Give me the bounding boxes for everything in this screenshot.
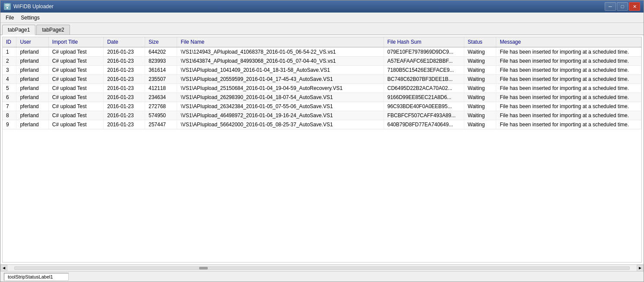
cell-hash: 640B79D8FD77EA740649...	[384, 120, 464, 129]
cell-import_title: C# upload Test	[48, 57, 104, 66]
table-row[interactable]: 7pferlandC# upload Test2016-01-23272768\…	[3, 102, 641, 111]
horizontal-scrollbar[interactable]: ◀ ▶	[0, 264, 644, 271]
col-header-user[interactable]: User	[16, 37, 48, 47]
cell-message: File has been inserted for importing at …	[496, 47, 641, 57]
cell-file_name: \VS1\APIupload_26298390_2016-01-04_18-07…	[177, 93, 384, 102]
cell-file_name: \VS1\124943_APIupload_41068378_2016-01-0…	[177, 47, 384, 57]
table-row[interactable]: 8pferlandC# upload Test2016-01-23574950\…	[3, 111, 641, 120]
window-title: WiFiDB Uploader	[13, 3, 54, 10]
cell-id: 1	[3, 47, 16, 57]
cell-status: Waiting	[464, 47, 496, 57]
main-window: WiFiDB Uploader ─ □ ✕ File Settings tabP…	[0, 0, 644, 282]
table-header-row: ID User Import Title Date Size File Name…	[3, 37, 641, 47]
tabs-bar: tabPage1 tabPage2	[0, 23, 644, 35]
table-container[interactable]: ID User Import Title Date Size File Name…	[2, 37, 642, 263]
table-row[interactable]: 6pferlandC# upload Test2016-01-23234634\…	[3, 93, 641, 102]
cell-id: 5	[3, 84, 16, 93]
cell-status: Waiting	[464, 57, 496, 66]
maximize-button[interactable]: □	[617, 2, 628, 11]
cell-id: 2	[3, 57, 16, 66]
cell-status: Waiting	[464, 84, 496, 93]
cell-size: 235507	[145, 75, 177, 84]
scroll-left-arrow[interactable]: ◀	[0, 265, 7, 272]
scroll-right-arrow[interactable]: ▶	[637, 265, 644, 272]
cell-user: pferland	[16, 93, 48, 102]
cell-id: 4	[3, 75, 16, 84]
col-header-size[interactable]: Size	[145, 37, 177, 47]
cell-size: 412118	[145, 84, 177, 93]
cell-import_title: C# upload Test	[48, 102, 104, 111]
cell-file_name: \VS1\APIupload_20559599_2016-01-04_17-45…	[177, 75, 384, 84]
table-row[interactable]: 4pferlandC# upload Test2016-01-23235507\…	[3, 75, 641, 84]
main-content: ID User Import Title Date Size File Name…	[0, 35, 644, 264]
cell-date: 2016-01-23	[104, 84, 145, 93]
cell-id: 8	[3, 111, 16, 120]
close-button[interactable]: ✕	[629, 2, 640, 11]
col-header-hash[interactable]: File Hash Sum	[384, 37, 464, 47]
title-bar: WiFiDB Uploader ─ □ ✕	[0, 0, 644, 13]
col-header-import[interactable]: Import Title	[48, 37, 104, 47]
table-row[interactable]: 2pferlandC# upload Test2016-01-23823993\…	[3, 57, 641, 66]
table-row[interactable]: 5pferlandC# upload Test2016-01-23412118\…	[3, 84, 641, 93]
cell-date: 2016-01-23	[104, 120, 145, 129]
cell-user: pferland	[16, 84, 48, 93]
cell-size: 644202	[145, 47, 177, 57]
cell-import_title: C# upload Test	[48, 66, 104, 75]
col-header-status[interactable]: Status	[464, 37, 496, 47]
cell-size: 234634	[145, 93, 177, 102]
col-header-message[interactable]: Message	[496, 37, 641, 47]
cell-import_title: C# upload Test	[48, 75, 104, 84]
col-header-date[interactable]: Date	[104, 37, 145, 47]
cell-hash: 079E10FE7978969D9DC9...	[384, 47, 464, 57]
cell-file_name: \VS1\APIupload_56642000_2016-01-05_08-25…	[177, 120, 384, 129]
cell-date: 2016-01-23	[104, 93, 145, 102]
cell-date: 2016-01-23	[104, 111, 145, 120]
table-body: 1pferlandC# upload Test2016-01-23644202\…	[3, 47, 641, 129]
cell-file_name: \VS1\APIupload_1041409_2016-01-04_18-31-…	[177, 66, 384, 75]
cell-message: File has been inserted for importing at …	[496, 102, 641, 111]
cell-hash: 7180B5C15426E3EFACE9...	[384, 66, 464, 75]
title-bar-left: WiFiDB Uploader	[4, 3, 54, 10]
cell-size: 257447	[145, 120, 177, 129]
minimize-button[interactable]: ─	[605, 2, 616, 11]
cell-user: pferland	[16, 66, 48, 75]
table-row[interactable]: 9pferlandC# upload Test2016-01-23257447\…	[3, 120, 641, 129]
menu-file[interactable]: File	[2, 14, 17, 22]
status-label: toolStripStatusLabel1	[4, 273, 69, 281]
cell-date: 2016-01-23	[104, 66, 145, 75]
cell-size: 361614	[145, 66, 177, 75]
cell-status: Waiting	[464, 120, 496, 129]
scrollbar-thumb[interactable]	[199, 267, 208, 269]
cell-date: 2016-01-23	[104, 57, 145, 66]
cell-import_title: C# upload Test	[48, 84, 104, 93]
cell-date: 2016-01-23	[104, 75, 145, 84]
cell-user: pferland	[16, 120, 48, 129]
cell-id: 9	[3, 120, 16, 129]
svg-point-0	[6, 7, 8, 9]
cell-hash: FBCBFCF507CAFF493A89...	[384, 111, 464, 120]
cell-import_title: C# upload Test	[48, 111, 104, 120]
cell-message: File has been inserted for importing at …	[496, 66, 641, 75]
cell-import_title: C# upload Test	[48, 47, 104, 57]
menu-settings[interactable]: Settings	[17, 14, 43, 22]
window-controls: ─ □ ✕	[605, 2, 640, 11]
col-header-id[interactable]: ID	[3, 37, 16, 47]
table-row[interactable]: 3pferlandC# upload Test2016-01-23361614\…	[3, 66, 641, 75]
tab-page2[interactable]: tabPage2	[36, 25, 70, 35]
tab-page1[interactable]: tabPage1	[2, 25, 35, 35]
cell-file_name: \VS1\643874_APIupload_84993068_2016-01-0…	[177, 57, 384, 66]
scrollbar-track[interactable]	[14, 266, 630, 270]
cell-status: Waiting	[464, 93, 496, 102]
cell-import_title: C# upload Test	[48, 93, 104, 102]
cell-status: Waiting	[464, 75, 496, 84]
cell-user: pferland	[16, 111, 48, 120]
cell-hash: 9166D99EE85EC21A8D6...	[384, 93, 464, 102]
col-header-filename[interactable]: File Name	[177, 37, 384, 47]
cell-hash: BC748C62B07BF3DEE1B...	[384, 75, 464, 84]
cell-message: File has been inserted for importing at …	[496, 75, 641, 84]
table-row[interactable]: 1pferlandC# upload Test2016-01-23644202\…	[3, 47, 641, 57]
cell-user: pferland	[16, 47, 48, 57]
cell-size: 272768	[145, 102, 177, 111]
cell-id: 6	[3, 93, 16, 102]
cell-file_name: \VS1\APIupload_26342384_2016-01-05_07-55…	[177, 102, 384, 111]
